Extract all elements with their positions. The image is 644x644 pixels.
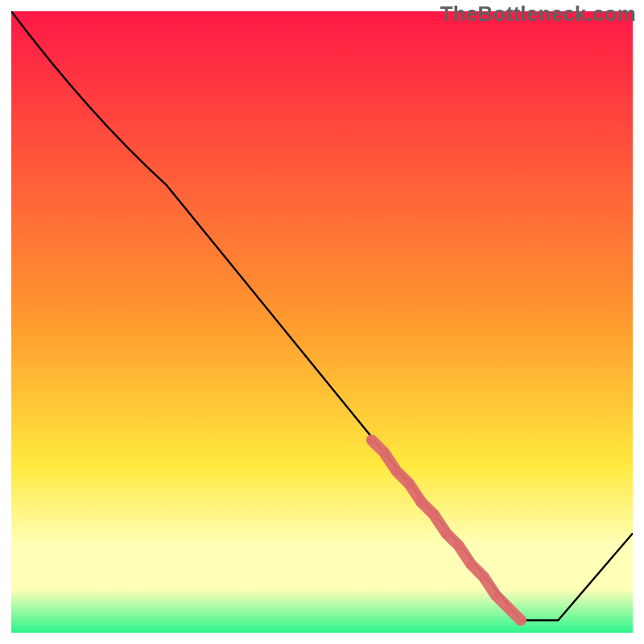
- marker-dot: [404, 478, 415, 489]
- marker-dot: [493, 592, 500, 599]
- marker-dot: [505, 605, 511, 611]
- marker-dot: [416, 497, 427, 508]
- marker-dot: [454, 541, 464, 551]
- marker-dot: [380, 448, 389, 456]
- marker-dot: [428, 510, 439, 520]
- bottleneck-chart: [0, 0, 644, 644]
- plot-background: [11, 11, 633, 633]
- chart-container: TheBottleneck.com: [0, 0, 644, 644]
- marker-dot: [392, 466, 402, 476]
- marker-dot: [368, 436, 377, 444]
- marker-dot: [441, 528, 452, 539]
- marker-dot: [518, 617, 524, 624]
- marker-dot: [480, 573, 488, 581]
- watermark-text: TheBottleneck.com: [440, 2, 636, 27]
- marker-dot: [467, 560, 476, 569]
